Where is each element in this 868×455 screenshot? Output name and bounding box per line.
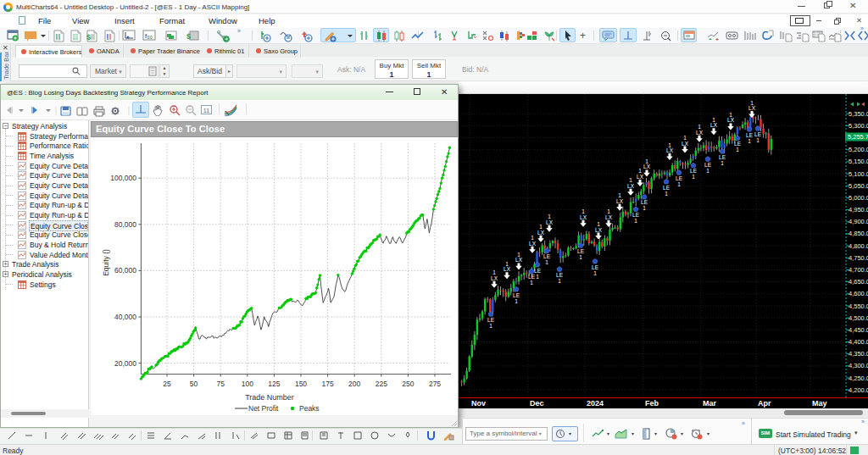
svg-text:LX: LX <box>666 147 674 153</box>
svg-text:1: 1 <box>736 147 739 153</box>
svg-text:2024: 2024 <box>587 399 604 408</box>
svg-text:5,000.00: 5,000.00 <box>849 194 868 202</box>
svg-text:LE: LE <box>641 199 648 205</box>
svg-text:LE: LE <box>487 317 495 323</box>
svg-text:LX: LX <box>727 117 735 123</box>
svg-text:4,600.00: 4,600.00 <box>849 290 868 297</box>
svg-text:275: 275 <box>429 380 441 388</box>
svg-text:LX: LX <box>537 230 545 236</box>
svg-text:LX: LX <box>491 275 498 281</box>
svg-text:4,650.00: 4,650.00 <box>849 278 868 286</box>
svg-text:Net Profit: Net Profit <box>248 404 279 413</box>
svg-text:LX: LX <box>529 241 537 247</box>
svg-text:$: $ <box>86 33 91 42</box>
svg-text:5,100.00: 5,100.00 <box>849 170 868 178</box>
svg-text:f₀₀: f₀₀ <box>145 32 153 40</box>
svg-text:Mar: Mar <box>703 399 717 408</box>
svg-text:4,800.00: 4,800.00 <box>849 242 868 250</box>
svg-text:Apr: Apr <box>758 399 771 408</box>
svg-text:Trade Number: Trade Number <box>245 393 294 402</box>
svg-text:LX: LX <box>504 266 511 272</box>
svg-text:125: 125 <box>268 380 280 388</box>
svg-text:1: 1 <box>756 137 760 143</box>
svg-text:4,700.00: 4,700.00 <box>849 266 868 274</box>
svg-text:100,000: 100,000 <box>110 174 136 182</box>
svg-text:150: 150 <box>295 380 307 388</box>
svg-text:LE: LE <box>534 268 542 274</box>
svg-text:5,255.7: 5,255.7 <box>848 133 868 141</box>
svg-text:LE: LE <box>556 272 564 278</box>
svg-text:1: 1 <box>536 274 539 280</box>
svg-text:60,000: 60,000 <box>114 266 136 275</box>
svg-text:1: 1 <box>593 270 597 276</box>
svg-text:LX: LX <box>580 214 587 220</box>
svg-text:Feb: Feb <box>645 399 659 408</box>
svg-text:225: 225 <box>376 380 387 388</box>
svg-text:4,500.00: 4,500.00 <box>849 314 868 322</box>
svg-text:4,750.00: 4,750.00 <box>849 254 868 262</box>
svg-text:5,350.00: 5,350.00 <box>849 110 868 118</box>
svg-text:LX: LX <box>515 257 523 263</box>
svg-text:LE: LE <box>754 131 762 137</box>
svg-text:1: 1 <box>677 181 681 187</box>
svg-text:LE: LE <box>528 274 536 280</box>
svg-text:4,350.00: 4,350.00 <box>849 350 868 358</box>
svg-text:4,900.00: 4,900.00 <box>849 218 868 225</box>
svg-text:200: 200 <box>348 380 360 388</box>
svg-text:$: $ <box>186 32 191 41</box>
svg-text:4,300.00: 4,300.00 <box>849 362 868 369</box>
svg-text:LE: LE <box>704 162 712 168</box>
svg-text:LE: LE <box>632 212 640 218</box>
svg-text:LX: LX <box>605 214 613 220</box>
svg-text:1: 1 <box>545 259 548 265</box>
svg-text:1: 1 <box>692 174 695 180</box>
svg-text:1: 1 <box>558 278 561 284</box>
svg-text:LE: LE <box>719 154 726 160</box>
svg-text:1: 1 <box>634 218 637 224</box>
svg-text:LX: LX <box>710 122 718 128</box>
svg-text:4,850.00: 4,850.00 <box>849 230 868 237</box>
svg-text:5,050.00: 5,050.00 <box>849 182 868 190</box>
svg-text:LX: LX <box>627 183 635 189</box>
svg-text:75: 75 <box>216 380 225 388</box>
svg-text:5,300.00: 5,300.00 <box>849 122 868 130</box>
svg-text:5,200.00: 5,200.00 <box>849 146 868 153</box>
svg-text:Equity (): Equity () <box>102 249 110 276</box>
svg-text:1: 1 <box>579 254 582 260</box>
svg-text:Dec: Dec <box>530 399 544 408</box>
svg-text:20,000: 20,000 <box>114 359 136 368</box>
svg-text:175: 175 <box>322 380 334 388</box>
svg-text:LE: LE <box>663 185 670 191</box>
svg-text:LE: LE <box>746 132 754 138</box>
svg-text:1: 1 <box>706 168 709 174</box>
svg-text:1: 1 <box>515 298 518 304</box>
svg-text:100: 100 <box>242 380 253 388</box>
svg-text:LX: LX <box>696 130 704 136</box>
svg-text:5,150.00: 5,150.00 <box>849 158 868 165</box>
svg-text:LX: LX <box>595 227 603 233</box>
svg-text:LX: LX <box>682 141 689 147</box>
svg-text:LE: LE <box>543 253 551 259</box>
svg-text:1: 1 <box>721 160 724 166</box>
svg-text:LE: LE <box>676 175 683 181</box>
svg-text:4,550.00: 4,550.00 <box>849 302 868 310</box>
svg-text:4,450.00: 4,450.00 <box>849 326 868 334</box>
svg-text:1: 1 <box>748 138 751 144</box>
svg-text:80,000: 80,000 <box>114 220 136 229</box>
svg-text:LX: LX <box>637 174 644 180</box>
svg-text:May: May <box>812 399 827 408</box>
svg-text:4,200.00: 4,200.00 <box>849 386 868 394</box>
svg-text:250: 250 <box>402 380 414 388</box>
svg-text:LX: LX <box>643 164 651 169</box>
svg-text:Nov: Nov <box>471 399 486 408</box>
svg-text:LE: LE <box>513 292 520 298</box>
svg-text:1: 1 <box>643 205 646 211</box>
svg-text:40,000: 40,000 <box>114 313 136 321</box>
svg-text:50: 50 <box>190 380 198 388</box>
svg-text:LE: LE <box>592 264 599 270</box>
svg-text:1: 1 <box>489 323 492 329</box>
svg-text:LX: LX <box>748 105 756 111</box>
svg-text:4,250.00: 4,250.00 <box>849 375 868 382</box>
svg-text:1: 1 <box>665 191 668 197</box>
svg-text:LE: LE <box>577 248 585 254</box>
